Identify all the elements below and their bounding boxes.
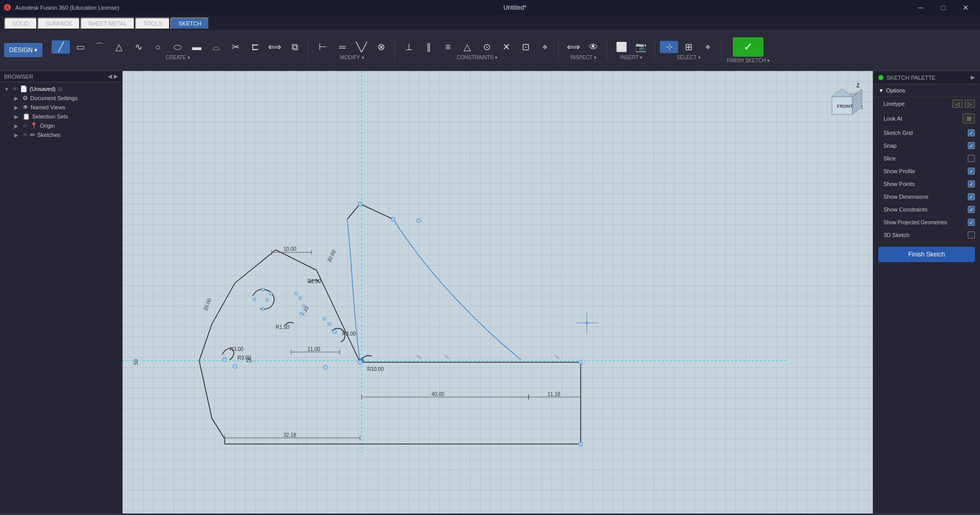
polygon-tool[interactable]: △ bbox=[110, 40, 128, 54]
svg-point-46 bbox=[299, 297, 302, 300]
window-select-btn[interactable]: ⊞ bbox=[679, 40, 698, 54]
spline-icon: ∿ bbox=[135, 42, 142, 52]
snap-checkbox[interactable]: ✓ bbox=[968, 142, 975, 149]
mirror-tool[interactable]: ⟺ bbox=[265, 40, 284, 54]
constraint-btn3[interactable]: ≡ bbox=[439, 40, 457, 54]
sketch-geometry: 10.00 30.00 20.00 50 R3.00 R3.00 R1.50 R… bbox=[123, 71, 873, 513]
select-btn[interactable]: ⊹ bbox=[660, 41, 678, 53]
fillet-tool[interactable]: ⌓ bbox=[207, 40, 225, 54]
constraint-icon6: ✕ bbox=[503, 42, 510, 52]
tab-solid[interactable]: SOLID bbox=[4, 17, 37, 30]
tab-sketch[interactable]: SKETCH bbox=[170, 17, 209, 30]
svg-line-16 bbox=[317, 270, 360, 362]
tree-item-origin[interactable]: ▶ 👁 📍 Origin bbox=[0, 121, 122, 130]
line-tool[interactable]: ╱ bbox=[52, 40, 70, 54]
slice-label: Slice bbox=[883, 155, 964, 161]
slot-tool[interactable]: ▬ bbox=[187, 40, 206, 54]
slice-checkbox[interactable] bbox=[968, 155, 975, 162]
show-points-label: Show Points bbox=[883, 181, 964, 187]
inspect-btn2[interactable]: 👁 bbox=[584, 40, 603, 54]
ribbon: DESIGN ▾ ╱ ▭ ⌒ △ ∿ ○ bbox=[0, 30, 980, 71]
eye-icon: 👁 bbox=[12, 86, 18, 92]
canvas-area[interactable]: FRONT TOP Z X bbox=[123, 71, 873, 513]
lasso-select-btn[interactable]: ⌖ bbox=[699, 40, 717, 54]
views-icon: 👁 bbox=[22, 104, 29, 111]
tree-item-doc-settings[interactable]: ▶ ⚙ Document Settings bbox=[0, 93, 122, 103]
linetype-btn-left[interactable]: ◁ bbox=[952, 100, 963, 108]
circle-tool[interactable]: ○ bbox=[149, 40, 167, 54]
linetype-option: Linetype ◁ ▷ bbox=[873, 97, 980, 111]
tab-tools[interactable]: TOOLS bbox=[135, 17, 170, 30]
maximize-button[interactable]: □ bbox=[933, 0, 953, 15]
insert-icon1: ⬜ bbox=[616, 42, 627, 52]
constraint-btn4[interactable]: △ bbox=[458, 40, 476, 54]
close-button[interactable]: ✕ bbox=[955, 0, 976, 15]
dim-r3-left2: R3.00 bbox=[230, 346, 244, 352]
rect-tool[interactable]: ▭ bbox=[71, 40, 89, 54]
insert-btn2[interactable]: 📷 bbox=[632, 40, 650, 54]
show-constraints-checkbox[interactable]: ✓ bbox=[968, 206, 975, 213]
browser-content: ▼ 👁 📄 (Unsaved) ⊙ ▶ ⚙ Document Settings … bbox=[0, 82, 122, 513]
palette-collapse-btn[interactable]: ▶ bbox=[971, 74, 975, 81]
3d-sketch-label: 3D Sketch bbox=[883, 232, 964, 238]
tab-sheet-metal[interactable]: SHEET METAL bbox=[80, 17, 135, 30]
modify-btn1[interactable]: ⊢ bbox=[314, 40, 332, 54]
ellipse-tool[interactable]: ⬭ bbox=[168, 40, 186, 54]
tree-item-named-views[interactable]: ▶ 👁 Named Views bbox=[0, 103, 122, 112]
dim-30: 30.00 bbox=[326, 249, 337, 263]
constraints-label: CONSTRAINTS ▾ bbox=[457, 55, 497, 60]
linetype-btn-right[interactable]: ▷ bbox=[965, 100, 975, 108]
options-section-header[interactable]: ▼ Options bbox=[873, 84, 980, 97]
project-tool[interactable]: ⧉ bbox=[285, 40, 304, 54]
arc-tool[interactable]: ⌒ bbox=[90, 40, 109, 54]
constraint-btn6[interactable]: ✕ bbox=[497, 40, 515, 54]
modify-btn3[interactable]: ╲╱ bbox=[352, 40, 371, 54]
tab-surface[interactable]: SURFACE bbox=[37, 17, 80, 30]
offset-icon: ⊏ bbox=[251, 42, 259, 52]
design-dropdown[interactable]: DESIGN ▾ bbox=[4, 43, 42, 57]
constraint-icon1: ⊥ bbox=[405, 42, 413, 52]
eye-icon3: 👁 bbox=[22, 132, 28, 138]
constraint-btn5[interactable]: ⊙ bbox=[477, 40, 496, 54]
3d-sketch-checkbox[interactable] bbox=[968, 231, 975, 239]
browser-collapse-btn[interactable]: ◀ bbox=[108, 73, 112, 80]
sketch-grid-checkbox[interactable]: ✓ bbox=[968, 129, 975, 136]
insert-label: INSERT ▾ bbox=[620, 55, 642, 60]
tree-item-selection-sets[interactable]: ▶ 📋 Selection Sets bbox=[0, 112, 122, 121]
finish-sketch-palette-btn[interactable]: Finish Sketch bbox=[878, 247, 975, 262]
constraint-btn2[interactable]: ∥ bbox=[419, 40, 438, 54]
constraint-btn8[interactable]: ⌖ bbox=[536, 40, 554, 54]
tree-item-sketches[interactable]: ▶ 👁 ✏ Sketches bbox=[0, 130, 122, 139]
modify-group: ⊢ ═ ╲╱ ⊗ MODIFY ▾ bbox=[309, 39, 395, 61]
tree-item-root[interactable]: ▼ 👁 📄 (Unsaved) ⊙ bbox=[0, 84, 122, 93]
spline-tool[interactable]: ∿ bbox=[129, 40, 148, 54]
dim-11-18: 11.18 bbox=[547, 391, 560, 397]
constraint-btn7[interactable]: ⊡ bbox=[516, 40, 535, 54]
dim-25: 25 bbox=[246, 358, 252, 363]
ellipse-icon: ⬭ bbox=[174, 42, 181, 52]
show-profile-checkbox[interactable]: ✓ bbox=[968, 168, 975, 175]
look-at-btn[interactable]: ⊞ bbox=[963, 113, 975, 124]
insert-btn1[interactable]: ⬜ bbox=[612, 40, 631, 54]
svg-point-56 bbox=[391, 217, 395, 221]
show-projected-checkbox[interactable]: ✓ bbox=[968, 219, 975, 226]
linetype-label: Linetype bbox=[883, 101, 948, 107]
finish-sketch-ribbon-btn[interactable]: ✓ bbox=[733, 37, 763, 57]
svg-line-5 bbox=[199, 361, 212, 418]
svg-point-41 bbox=[269, 292, 272, 295]
minimize-button[interactable]: ─ bbox=[911, 0, 931, 15]
modify-btn4[interactable]: ⊗ bbox=[372, 40, 390, 54]
constraint-btn1[interactable]: ⊥ bbox=[400, 40, 418, 54]
show-points-checkbox[interactable]: ✓ bbox=[968, 180, 975, 188]
show-profile-label: Show Profile bbox=[883, 168, 964, 174]
constraint-icon7: ⊡ bbox=[522, 42, 530, 52]
browser-expand-btn[interactable]: ▶ bbox=[114, 73, 118, 80]
show-dimensions-checkbox[interactable]: ✓ bbox=[968, 193, 975, 200]
inspect-group: ⟺ 👁 INSPECT ▾ bbox=[560, 39, 607, 61]
show-dimensions-option: Show Dimensions ✓ bbox=[873, 191, 980, 203]
modify-btn2[interactable]: ═ bbox=[333, 40, 351, 54]
offset-tool[interactable]: ⊏ bbox=[246, 40, 264, 54]
inspect-btn[interactable]: ⟺ bbox=[564, 40, 583, 54]
trim-tool[interactable]: ✂ bbox=[226, 40, 245, 54]
checkmark-icon: ✓ bbox=[744, 41, 753, 53]
